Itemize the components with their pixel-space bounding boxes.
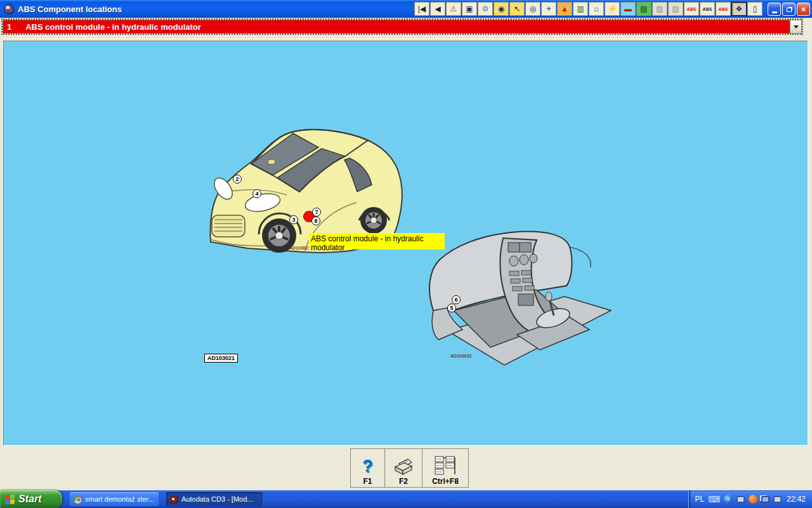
help-icon: ?	[362, 457, 373, 476]
globe-icon[interactable]: ◉	[494, 2, 509, 16]
window-title: ABS Component locations	[18, 4, 122, 14]
wireless-tray-icon[interactable]	[737, 496, 745, 503]
garage-icon[interactable]: ⌂	[589, 2, 604, 16]
start-label: Start	[18, 493, 41, 505]
abs-wheel-icon[interactable]: ABS	[700, 2, 715, 16]
component-tooltip: ABS control module - in hydraulic modula…	[309, 233, 445, 250]
car-marker-4[interactable]: 4	[252, 189, 261, 198]
keyboard-icon[interactable]: ⌨	[708, 495, 720, 504]
car-image-code: AD103021	[289, 246, 310, 250]
bottom-toolbar: ? F1 F2	[350, 448, 469, 488]
language-indicator[interactable]: PL	[695, 495, 705, 504]
tools-icon[interactable]: ⚙	[478, 2, 493, 16]
close-button[interactable]: ×	[797, 3, 810, 16]
browser-icon	[74, 495, 82, 504]
title-bar: ABS Component locations |◀ ◀ ⚠ ▣ ⚙ ◉ ↖ ◎…	[0, 0, 812, 18]
road-test-icon[interactable]: ▲	[557, 2, 572, 16]
component-list-key-label: Ctrl+F8	[432, 477, 459, 486]
car-marker-2[interactable]: 2	[233, 175, 242, 184]
taskbar: Start smart demontaż ster... Autodata CD…	[0, 490, 812, 508]
clock[interactable]: 22:42	[787, 495, 806, 504]
main-area: 2 4 3 7 8 6 5 ABS control module - in hy…	[0, 36, 812, 490]
print-icon[interactable]: ▤	[636, 2, 652, 16]
nav-back-icon[interactable]: ◀	[430, 2, 445, 16]
diagram-canvas: 2 4 3 7 8 6 5 ABS control module - in hy…	[3, 41, 808, 446]
dashboard-illustration	[422, 222, 615, 366]
title-toolbar: |◀ ◀ ⚠ ▣ ⚙ ◉ ↖ ◎ ✦ ▲ ▥ ⌂ ⚡ ▬ ▤ ▨ ▧ ABS A…	[414, 2, 763, 16]
dropdown-arrow-icon[interactable]	[790, 20, 801, 33]
dash-marker-5[interactable]: 5	[447, 304, 456, 312]
antivirus-tray-icon[interactable]	[749, 495, 757, 504]
print-key-label: F2	[399, 477, 408, 486]
component-selector-field[interactable]: 1 ABS control module - in hydraulic modu…	[3, 20, 790, 33]
minimize-button[interactable]	[768, 3, 781, 16]
autodata-icon	[170, 495, 178, 504]
task-browser-label: smart demontaż ster...	[85, 495, 154, 503]
abs-warning-icon[interactable]: ABS	[716, 2, 731, 16]
windows-logo-icon	[5, 494, 15, 505]
component-index: 1	[7, 22, 11, 32]
dash-marker-6[interactable]: 6	[452, 295, 461, 304]
car-marker-7[interactable]: 7	[312, 208, 321, 217]
mouse-pointer-icon[interactable]: ↖	[509, 2, 525, 16]
notes-disabled-icon[interactable]: ▨	[652, 2, 667, 16]
task-autodata-label: Autodata CD3 - [Mod...	[181, 495, 253, 503]
task-browser[interactable]: smart demontaż ster...	[70, 492, 159, 506]
start-button[interactable]: Start	[0, 490, 62, 508]
print-button[interactable]: F2	[384, 448, 422, 488]
task-autodata[interactable]: Autodata CD3 - [Mod...	[166, 492, 263, 506]
help-key-label: F1	[363, 477, 372, 486]
app-icon	[4, 4, 15, 15]
tow-disabled-icon[interactable]: ▧	[668, 2, 683, 16]
seat-icon[interactable]: ▣	[462, 2, 477, 16]
component-selector[interactable]: 1 ABS control module - in hydraulic modu…	[3, 20, 802, 34]
system-tray: PL ⌨ ‹ 22:42	[688, 490, 812, 508]
component-locations-icon[interactable]: ❖	[731, 2, 747, 16]
component-label: ABS control module - in hydraulic modula…	[25, 22, 201, 32]
restore-button[interactable]	[782, 3, 796, 16]
abs-pump-icon[interactable]: ABS	[684, 2, 699, 16]
figure-icon[interactable]: ✦	[541, 2, 556, 16]
display-tray-icon[interactable]	[773, 496, 782, 503]
warning-icon[interactable]: ⚠	[446, 2, 461, 16]
dash-image-code: AD103022	[450, 354, 471, 358]
help-button[interactable]: ? F1	[350, 448, 385, 488]
printer-icon	[393, 458, 414, 476]
component-list-button[interactable]: Ctrl+F8	[422, 448, 469, 488]
selector-row: 1 ABS control module - in hydraulic modu…	[0, 18, 812, 36]
screen: { "window": { "title": "ABS Component lo…	[0, 0, 812, 508]
bluetooth-tray-icon[interactable]: ‹	[724, 495, 733, 504]
figure-number-box: AD103021	[204, 354, 238, 363]
wheel-icon[interactable]: ◎	[525, 2, 540, 16]
car-icon[interactable]: ▬	[620, 2, 636, 16]
component-list-icon	[434, 455, 457, 476]
spark-plug-icon[interactable]: ⚡	[605, 2, 620, 16]
nav-first-icon[interactable]: |◀	[414, 2, 429, 16]
switch-icon[interactable]: ▯	[747, 2, 763, 16]
car-marker-8[interactable]: 8	[311, 217, 320, 225]
car-marker-3[interactable]: 3	[289, 215, 298, 224]
lift-icon[interactable]: ▥	[573, 2, 588, 16]
network-tray-icon[interactable]	[761, 496, 769, 503]
window-controls: ×	[768, 3, 810, 16]
